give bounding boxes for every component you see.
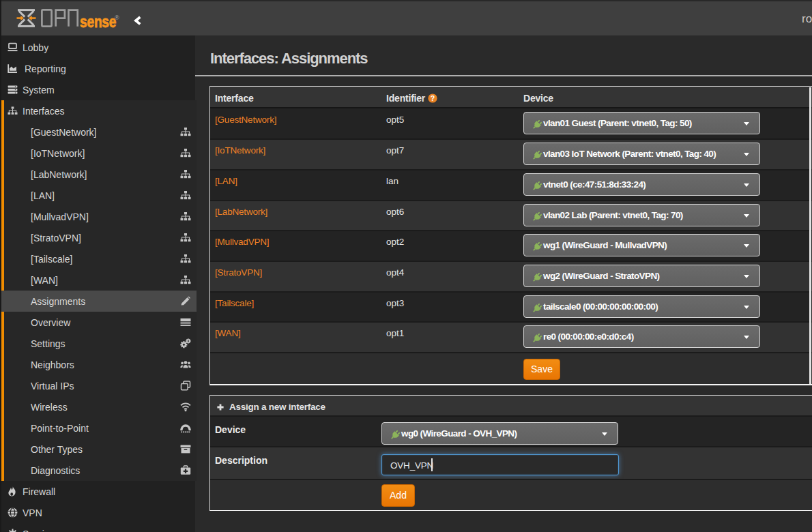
svg-text:?: ? [431, 94, 435, 102]
